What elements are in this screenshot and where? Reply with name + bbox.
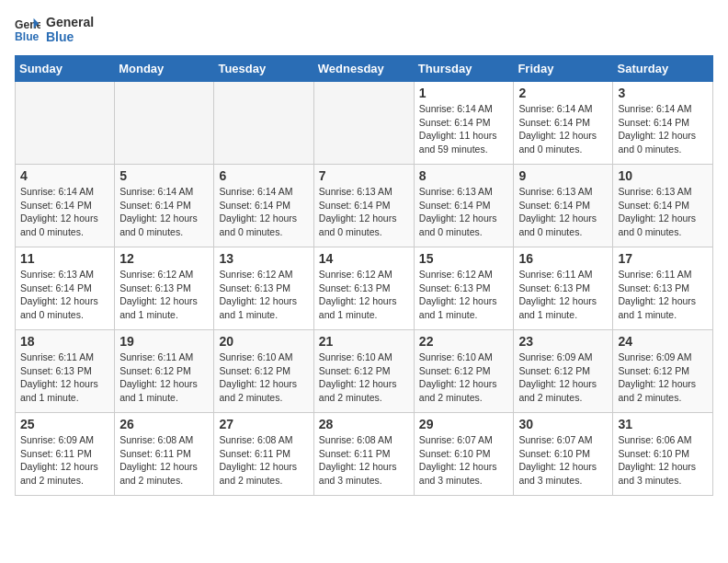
day-info: Sunrise: 6:10 AMSunset: 6:12 PMDaylight:… <box>419 350 509 405</box>
weekday-header-saturday: Saturday <box>613 56 713 82</box>
day-info: Sunrise: 6:13 AMSunset: 6:14 PMDaylight:… <box>518 185 608 239</box>
calendar-cell <box>214 82 313 165</box>
day-number: 30 <box>518 417 608 431</box>
day-info: Sunrise: 6:08 AMSunset: 6:11 PMDaylight:… <box>319 433 409 488</box>
day-info: Sunrise: 6:08 AMSunset: 6:11 PMDaylight:… <box>219 433 308 488</box>
day-number: 4 <box>20 168 109 183</box>
day-number: 23 <box>518 334 608 349</box>
weekday-header-row: SundayMondayTuesdayWednesdayThursdayFrid… <box>16 56 713 82</box>
day-info: Sunrise: 6:12 AMSunset: 6:13 PMDaylight:… <box>419 268 509 322</box>
day-info: Sunrise: 6:14 AMSunset: 6:14 PMDaylight:… <box>518 102 608 156</box>
weekday-header-friday: Friday <box>514 56 613 82</box>
day-info: Sunrise: 6:07 AMSunset: 6:10 PMDaylight:… <box>518 433 608 488</box>
calendar-cell <box>115 82 214 165</box>
calendar-cell <box>313 82 414 165</box>
day-info: Sunrise: 6:14 AMSunset: 6:14 PMDaylight:… <box>20 185 109 239</box>
weekday-header-monday: Monday <box>115 56 214 82</box>
weekday-header-tuesday: Tuesday <box>214 56 313 82</box>
day-info: Sunrise: 6:13 AMSunset: 6:14 PMDaylight:… <box>419 185 509 239</box>
logo-line2: Blue <box>46 29 94 44</box>
day-number: 13 <box>219 251 308 266</box>
week-row-3: 11Sunrise: 6:13 AMSunset: 6:14 PMDayligh… <box>16 247 713 330</box>
calendar-cell: 26Sunrise: 6:08 AMSunset: 6:11 PMDayligh… <box>115 413 214 496</box>
week-row-4: 18Sunrise: 6:11 AMSunset: 6:13 PMDayligh… <box>16 330 713 413</box>
calendar-cell: 28Sunrise: 6:08 AMSunset: 6:11 PMDayligh… <box>313 413 414 496</box>
week-row-5: 25Sunrise: 6:09 AMSunset: 6:11 PMDayligh… <box>16 413 713 496</box>
calendar-cell: 15Sunrise: 6:12 AMSunset: 6:13 PMDayligh… <box>414 247 514 330</box>
logo-line1: General <box>46 15 94 29</box>
calendar-cell: 16Sunrise: 6:11 AMSunset: 6:13 PMDayligh… <box>514 247 613 330</box>
calendar-cell: 8Sunrise: 6:13 AMSunset: 6:14 PMDaylight… <box>414 165 514 247</box>
calendar-cell: 4Sunrise: 6:14 AMSunset: 6:14 PMDaylight… <box>16 165 115 247</box>
day-number: 27 <box>219 417 308 431</box>
page-header: General Blue General Blue <box>15 15 713 44</box>
day-number: 29 <box>419 417 509 431</box>
day-number: 24 <box>618 334 708 349</box>
calendar-cell: 10Sunrise: 6:13 AMSunset: 6:14 PMDayligh… <box>613 165 713 247</box>
day-number: 16 <box>518 251 608 266</box>
calendar-cell: 13Sunrise: 6:12 AMSunset: 6:13 PMDayligh… <box>214 247 313 330</box>
day-number: 26 <box>119 417 209 431</box>
day-info: Sunrise: 6:12 AMSunset: 6:13 PMDaylight:… <box>119 268 209 322</box>
day-number: 1 <box>419 86 509 100</box>
weekday-header-wednesday: Wednesday <box>313 56 414 82</box>
day-info: Sunrise: 6:08 AMSunset: 6:11 PMDaylight:… <box>119 433 209 488</box>
day-info: Sunrise: 6:10 AMSunset: 6:12 PMDaylight:… <box>219 350 308 405</box>
week-row-1: 1Sunrise: 6:14 AMSunset: 6:14 PMDaylight… <box>16 82 713 165</box>
calendar-cell: 1Sunrise: 6:14 AMSunset: 6:14 PMDaylight… <box>414 82 514 165</box>
day-number: 22 <box>419 334 509 349</box>
day-info: Sunrise: 6:14 AMSunset: 6:14 PMDaylight:… <box>119 185 209 239</box>
day-number: 10 <box>618 168 708 183</box>
day-info: Sunrise: 6:09 AMSunset: 6:12 PMDaylight:… <box>618 350 708 405</box>
day-number: 31 <box>618 417 708 431</box>
calendar-cell: 17Sunrise: 6:11 AMSunset: 6:13 PMDayligh… <box>613 247 713 330</box>
day-info: Sunrise: 6:13 AMSunset: 6:14 PMDaylight:… <box>20 268 109 322</box>
calendar-cell: 22Sunrise: 6:10 AMSunset: 6:12 PMDayligh… <box>414 330 514 413</box>
calendar-cell: 19Sunrise: 6:11 AMSunset: 6:12 PMDayligh… <box>115 330 214 413</box>
day-info: Sunrise: 6:07 AMSunset: 6:10 PMDaylight:… <box>419 433 509 488</box>
day-info: Sunrise: 6:13 AMSunset: 6:14 PMDaylight:… <box>618 185 708 239</box>
calendar-cell: 18Sunrise: 6:11 AMSunset: 6:13 PMDayligh… <box>16 330 115 413</box>
day-number: 19 <box>119 334 209 349</box>
calendar-cell: 2Sunrise: 6:14 AMSunset: 6:14 PMDaylight… <box>514 82 613 165</box>
day-info: Sunrise: 6:06 AMSunset: 6:10 PMDaylight:… <box>618 433 708 488</box>
day-number: 20 <box>219 334 308 349</box>
logo-icon: General Blue <box>15 17 40 42</box>
day-number: 12 <box>119 251 209 266</box>
day-info: Sunrise: 6:11 AMSunset: 6:13 PMDaylight:… <box>518 268 608 322</box>
calendar-cell: 5Sunrise: 6:14 AMSunset: 6:14 PMDaylight… <box>115 165 214 247</box>
day-info: Sunrise: 6:11 AMSunset: 6:13 PMDaylight:… <box>618 268 708 322</box>
calendar-cell: 23Sunrise: 6:09 AMSunset: 6:12 PMDayligh… <box>514 330 613 413</box>
day-number: 14 <box>319 251 409 266</box>
day-info: Sunrise: 6:13 AMSunset: 6:14 PMDaylight:… <box>319 185 409 239</box>
day-info: Sunrise: 6:12 AMSunset: 6:13 PMDaylight:… <box>219 268 308 322</box>
day-number: 7 <box>319 168 409 183</box>
calendar-cell <box>16 82 115 165</box>
day-info: Sunrise: 6:11 AMSunset: 6:12 PMDaylight:… <box>119 350 209 405</box>
day-info: Sunrise: 6:12 AMSunset: 6:13 PMDaylight:… <box>319 268 409 322</box>
day-number: 9 <box>518 168 608 183</box>
calendar-cell: 3Sunrise: 6:14 AMSunset: 6:14 PMDaylight… <box>613 82 713 165</box>
day-info: Sunrise: 6:11 AMSunset: 6:13 PMDaylight:… <box>20 350 109 405</box>
calendar-cell: 9Sunrise: 6:13 AMSunset: 6:14 PMDaylight… <box>514 165 613 247</box>
day-number: 15 <box>419 251 509 266</box>
weekday-header-thursday: Thursday <box>414 56 514 82</box>
svg-text:Blue: Blue <box>15 30 40 42</box>
calendar-cell: 11Sunrise: 6:13 AMSunset: 6:14 PMDayligh… <box>16 247 115 330</box>
calendar-cell: 27Sunrise: 6:08 AMSunset: 6:11 PMDayligh… <box>214 413 313 496</box>
day-number: 8 <box>419 168 509 183</box>
calendar-cell: 14Sunrise: 6:12 AMSunset: 6:13 PMDayligh… <box>313 247 414 330</box>
day-info: Sunrise: 6:14 AMSunset: 6:14 PMDaylight:… <box>618 102 708 156</box>
calendar-cell: 20Sunrise: 6:10 AMSunset: 6:12 PMDayligh… <box>214 330 313 413</box>
weekday-header-sunday: Sunday <box>16 56 115 82</box>
calendar-cell: 24Sunrise: 6:09 AMSunset: 6:12 PMDayligh… <box>613 330 713 413</box>
calendar-table: SundayMondayTuesdayWednesdayThursdayFrid… <box>15 55 713 496</box>
calendar-cell: 6Sunrise: 6:14 AMSunset: 6:14 PMDaylight… <box>214 165 313 247</box>
day-info: Sunrise: 6:09 AMSunset: 6:12 PMDaylight:… <box>518 350 608 405</box>
day-number: 21 <box>319 334 409 349</box>
week-row-2: 4Sunrise: 6:14 AMSunset: 6:14 PMDaylight… <box>16 165 713 247</box>
calendar-cell: 29Sunrise: 6:07 AMSunset: 6:10 PMDayligh… <box>414 413 514 496</box>
calendar-cell: 7Sunrise: 6:13 AMSunset: 6:14 PMDaylight… <box>313 165 414 247</box>
day-number: 17 <box>618 251 708 266</box>
day-number: 28 <box>319 417 409 431</box>
